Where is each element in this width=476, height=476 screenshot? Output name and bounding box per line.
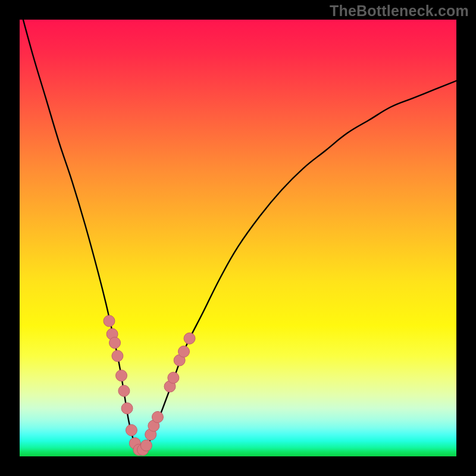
curve-marker bbox=[126, 424, 137, 436]
curve-marker bbox=[118, 385, 130, 396]
watermark-text: TheBottleneck.com bbox=[330, 2, 469, 20]
chart-stage: TheBottleneck.com bbox=[0, 0, 476, 476]
curve-marker bbox=[178, 346, 189, 357]
curve-marker bbox=[104, 315, 115, 327]
bottleneck-curve bbox=[20, 20, 456, 452]
plot-area bbox=[20, 20, 456, 456]
curve-marker bbox=[112, 350, 123, 362]
curve-marker bbox=[116, 370, 127, 381]
curve-marker bbox=[168, 372, 179, 383]
curve-marker bbox=[152, 411, 163, 422]
curve-marker bbox=[184, 333, 195, 344]
chart-overlay bbox=[20, 20, 456, 456]
curve-marker bbox=[140, 440, 152, 451]
curve-markers bbox=[104, 315, 195, 456]
curve-marker bbox=[121, 403, 133, 414]
curve-marker bbox=[109, 337, 121, 349]
